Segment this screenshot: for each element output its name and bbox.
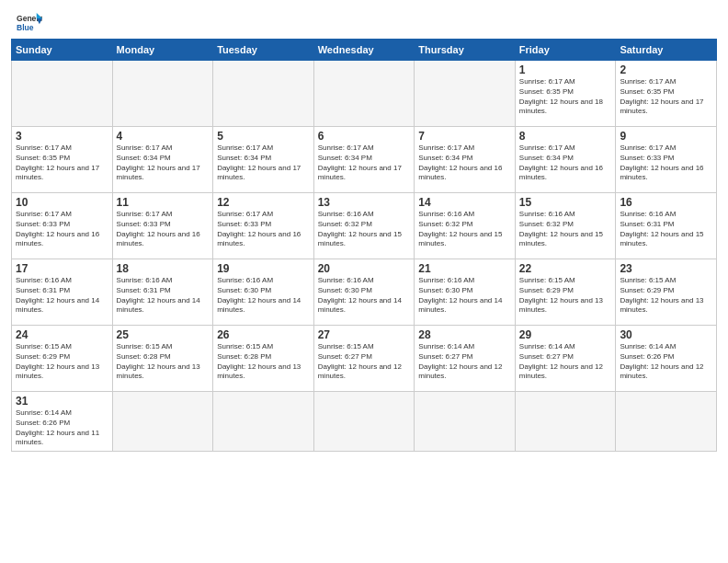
calendar-day-cell: 13Sunrise: 6:16 AM Sunset: 6:32 PM Dayli… bbox=[313, 193, 415, 259]
day-info: Sunrise: 6:15 AM Sunset: 6:29 PM Dayligh… bbox=[620, 276, 712, 316]
day-number: 29 bbox=[519, 328, 612, 341]
col-wednesday: Wednesday bbox=[313, 40, 415, 61]
calendar-day-cell: 20Sunrise: 6:16 AM Sunset: 6:30 PM Dayli… bbox=[313, 259, 415, 326]
calendar-day-cell: 21Sunrise: 6:16 AM Sunset: 6:30 PM Dayli… bbox=[415, 259, 516, 326]
day-number: 1 bbox=[519, 63, 612, 76]
day-info: Sunrise: 6:17 AM Sunset: 6:34 PM Dayligh… bbox=[418, 144, 511, 183]
day-number: 13 bbox=[318, 196, 411, 209]
day-info: Sunrise: 6:16 AM Sunset: 6:30 PM Dayligh… bbox=[217, 276, 310, 316]
day-info: Sunrise: 6:16 AM Sunset: 6:32 PM Dayligh… bbox=[418, 210, 511, 249]
calendar-day-cell: 29Sunrise: 6:14 AM Sunset: 6:27 PM Dayli… bbox=[515, 326, 616, 392]
day-number: 12 bbox=[217, 196, 310, 209]
day-info: Sunrise: 6:17 AM Sunset: 6:34 PM Dayligh… bbox=[117, 144, 210, 183]
calendar-day-cell: 9Sunrise: 6:17 AM Sunset: 6:33 PM Daylig… bbox=[616, 127, 717, 193]
calendar-week-row: 31Sunrise: 6:14 AM Sunset: 6:26 PM Dayli… bbox=[12, 392, 717, 452]
calendar-day-cell: 5Sunrise: 6:17 AM Sunset: 6:34 PM Daylig… bbox=[213, 127, 314, 193]
calendar-day-cell: 31Sunrise: 6:14 AM Sunset: 6:26 PM Dayli… bbox=[12, 392, 113, 452]
calendar-day-cell: 2Sunrise: 6:17 AM Sunset: 6:35 PM Daylig… bbox=[616, 61, 717, 127]
calendar-day-cell bbox=[12, 61, 113, 127]
day-info: Sunrise: 6:16 AM Sunset: 6:31 PM Dayligh… bbox=[16, 276, 108, 316]
calendar-day-cell: 27Sunrise: 6:15 AM Sunset: 6:27 PM Dayli… bbox=[313, 326, 415, 392]
day-number: 26 bbox=[217, 328, 310, 341]
day-number: 11 bbox=[117, 196, 210, 209]
calendar-day-cell: 23Sunrise: 6:15 AM Sunset: 6:29 PM Dayli… bbox=[616, 259, 717, 326]
calendar-table: Sunday Monday Tuesday Wednesday Thursday… bbox=[11, 39, 717, 452]
calendar-day-cell bbox=[515, 392, 616, 452]
day-info: Sunrise: 6:15 AM Sunset: 6:28 PM Dayligh… bbox=[217, 342, 310, 382]
page: General Blue Sunday Monday Tuesday Wedne… bbox=[0, 0, 728, 563]
calendar-day-cell: 3Sunrise: 6:17 AM Sunset: 6:35 PM Daylig… bbox=[12, 127, 113, 193]
calendar-day-cell: 26Sunrise: 6:15 AM Sunset: 6:28 PM Dayli… bbox=[213, 326, 314, 392]
calendar-wrap: Sunday Monday Tuesday Wednesday Thursday… bbox=[0, 39, 728, 459]
day-info: Sunrise: 6:15 AM Sunset: 6:29 PM Dayligh… bbox=[519, 276, 612, 316]
day-number: 20 bbox=[318, 262, 411, 275]
day-info: Sunrise: 6:16 AM Sunset: 6:31 PM Dayligh… bbox=[620, 210, 712, 249]
day-info: Sunrise: 6:16 AM Sunset: 6:32 PM Dayligh… bbox=[318, 210, 411, 249]
day-info: Sunrise: 6:17 AM Sunset: 6:33 PM Dayligh… bbox=[16, 210, 108, 249]
calendar-day-cell: 16Sunrise: 6:16 AM Sunset: 6:31 PM Dayli… bbox=[616, 193, 717, 259]
calendar-day-cell bbox=[213, 61, 314, 127]
day-info: Sunrise: 6:14 AM Sunset: 6:27 PM Dayligh… bbox=[519, 342, 612, 382]
day-number: 23 bbox=[620, 262, 712, 275]
calendar-day-cell bbox=[415, 392, 516, 452]
day-number: 4 bbox=[117, 130, 210, 143]
day-number: 28 bbox=[418, 328, 511, 341]
day-number: 19 bbox=[217, 262, 310, 275]
day-info: Sunrise: 6:17 AM Sunset: 6:35 PM Dayligh… bbox=[620, 77, 712, 117]
calendar-week-row: 24Sunrise: 6:15 AM Sunset: 6:29 PM Dayli… bbox=[12, 326, 717, 392]
calendar-day-cell: 28Sunrise: 6:14 AM Sunset: 6:27 PM Dayli… bbox=[415, 326, 516, 392]
calendar-day-cell: 14Sunrise: 6:16 AM Sunset: 6:32 PM Dayli… bbox=[415, 193, 516, 259]
calendar-day-cell: 8Sunrise: 6:17 AM Sunset: 6:34 PM Daylig… bbox=[515, 127, 616, 193]
calendar-week-row: 1Sunrise: 6:17 AM Sunset: 6:35 PM Daylig… bbox=[12, 61, 717, 127]
header: General Blue bbox=[0, 0, 728, 39]
col-monday: Monday bbox=[112, 40, 213, 61]
day-info: Sunrise: 6:16 AM Sunset: 6:31 PM Dayligh… bbox=[117, 276, 210, 316]
calendar-day-cell: 25Sunrise: 6:15 AM Sunset: 6:28 PM Dayli… bbox=[112, 326, 213, 392]
day-number: 3 bbox=[16, 130, 108, 143]
col-tuesday: Tuesday bbox=[213, 40, 314, 61]
day-info: Sunrise: 6:14 AM Sunset: 6:26 PM Dayligh… bbox=[16, 408, 108, 448]
calendar-day-cell bbox=[112, 61, 213, 127]
day-number: 21 bbox=[418, 262, 511, 275]
day-number: 17 bbox=[16, 262, 108, 275]
calendar-day-cell bbox=[112, 392, 213, 452]
day-number: 7 bbox=[418, 130, 511, 143]
day-info: Sunrise: 6:17 AM Sunset: 6:34 PM Dayligh… bbox=[519, 144, 612, 183]
calendar-day-cell: 10Sunrise: 6:17 AM Sunset: 6:33 PM Dayli… bbox=[12, 193, 113, 259]
day-number: 18 bbox=[117, 262, 210, 275]
day-info: Sunrise: 6:16 AM Sunset: 6:30 PM Dayligh… bbox=[318, 276, 411, 316]
calendar-day-cell: 6Sunrise: 6:17 AM Sunset: 6:34 PM Daylig… bbox=[313, 127, 415, 193]
calendar-week-row: 17Sunrise: 6:16 AM Sunset: 6:31 PM Dayli… bbox=[12, 259, 717, 326]
calendar-day-cell: 15Sunrise: 6:16 AM Sunset: 6:32 PM Dayli… bbox=[515, 193, 616, 259]
day-number: 24 bbox=[16, 328, 108, 341]
day-info: Sunrise: 6:16 AM Sunset: 6:30 PM Dayligh… bbox=[418, 276, 511, 316]
calendar-day-cell: 1Sunrise: 6:17 AM Sunset: 6:35 PM Daylig… bbox=[515, 61, 616, 127]
day-info: Sunrise: 6:17 AM Sunset: 6:34 PM Dayligh… bbox=[318, 144, 411, 183]
calendar-header-row: Sunday Monday Tuesday Wednesday Thursday… bbox=[12, 40, 717, 61]
calendar-day-cell bbox=[313, 392, 415, 452]
day-number: 8 bbox=[519, 130, 612, 143]
calendar-week-row: 3Sunrise: 6:17 AM Sunset: 6:35 PM Daylig… bbox=[12, 127, 717, 193]
col-sunday: Sunday bbox=[12, 40, 113, 61]
day-number: 22 bbox=[519, 262, 612, 275]
calendar-day-cell: 4Sunrise: 6:17 AM Sunset: 6:34 PM Daylig… bbox=[112, 127, 213, 193]
day-info: Sunrise: 6:17 AM Sunset: 6:33 PM Dayligh… bbox=[117, 210, 210, 249]
day-info: Sunrise: 6:15 AM Sunset: 6:27 PM Dayligh… bbox=[318, 342, 411, 382]
day-info: Sunrise: 6:17 AM Sunset: 6:33 PM Dayligh… bbox=[620, 144, 712, 183]
day-number: 14 bbox=[418, 196, 511, 209]
day-info: Sunrise: 6:17 AM Sunset: 6:34 PM Dayligh… bbox=[217, 144, 310, 183]
day-info: Sunrise: 6:17 AM Sunset: 6:35 PM Dayligh… bbox=[519, 77, 612, 117]
col-friday: Friday bbox=[515, 40, 616, 61]
day-info: Sunrise: 6:16 AM Sunset: 6:32 PM Dayligh… bbox=[519, 210, 612, 249]
day-number: 31 bbox=[16, 395, 108, 408]
day-number: 5 bbox=[217, 130, 310, 143]
calendar-day-cell: 19Sunrise: 6:16 AM Sunset: 6:30 PM Dayli… bbox=[213, 259, 314, 326]
col-thursday: Thursday bbox=[415, 40, 516, 61]
calendar-day-cell: 24Sunrise: 6:15 AM Sunset: 6:29 PM Dayli… bbox=[12, 326, 113, 392]
day-info: Sunrise: 6:14 AM Sunset: 6:27 PM Dayligh… bbox=[418, 342, 511, 382]
calendar-day-cell: 12Sunrise: 6:17 AM Sunset: 6:33 PM Dayli… bbox=[213, 193, 314, 259]
calendar-day-cell: 17Sunrise: 6:16 AM Sunset: 6:31 PM Dayli… bbox=[12, 259, 113, 326]
svg-text:Blue: Blue bbox=[17, 23, 34, 32]
day-number: 10 bbox=[16, 196, 108, 209]
day-number: 16 bbox=[620, 196, 712, 209]
